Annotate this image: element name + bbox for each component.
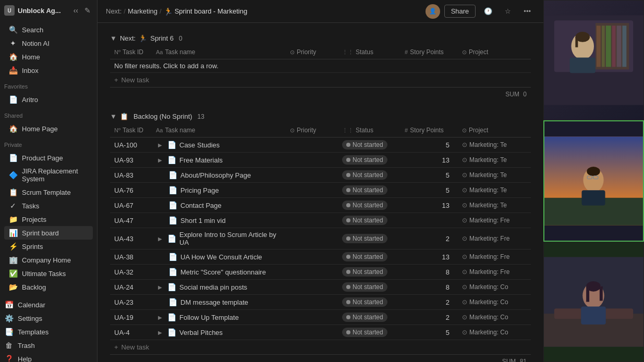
table-row[interactable]: UA-24 ▶ 📄 Social media pin posts Not sta…: [110, 280, 531, 295]
sidebar-item-trash[interactable]: 🗑 Trash: [0, 339, 97, 352]
task-status-cell[interactable]: Not started: [338, 295, 400, 310]
task-priority-cell[interactable]: [286, 265, 338, 280]
sidebar-item-product-page[interactable]: 📄 Product Page: [4, 151, 93, 165]
task-points-cell[interactable]: 13: [400, 198, 458, 213]
task-project-cell[interactable]: ⊙Marketing: Co: [458, 325, 531, 340]
task-project-cell[interactable]: ⊙Marketing: Co: [458, 310, 531, 325]
task-status-cell[interactable]: Not started: [338, 265, 400, 280]
table-row[interactable]: UA-83 📄 About/Philosophy Page Not starte…: [110, 168, 531, 183]
task-project-cell[interactable]: ⊙Marketing: Fre: [458, 249, 531, 265]
sidebar-item-help[interactable]: ❓ Help: [0, 352, 97, 362]
task-name-cell[interactable]: 📄 Metric "Score" questionnaire: [152, 265, 286, 280]
no-filter-text[interactable]: No filter results. Click to add a row.: [110, 59, 531, 73]
table-row[interactable]: UA-23 📄 DM message template Not started …: [110, 295, 531, 310]
sidebar-item-sprints[interactable]: ⚡ Sprints: [4, 240, 93, 253]
expand-button[interactable]: ▶: [156, 314, 164, 321]
task-name-cell[interactable]: 📄 About/Philosophy Page: [152, 168, 286, 183]
task-points-cell[interactable]: 13: [400, 249, 458, 265]
task-name-cell[interactable]: 📄 Pricing Page: [152, 183, 286, 198]
task-project-cell[interactable]: ⊙Marketing: Fre: [458, 213, 531, 228]
task-status-cell[interactable]: Not started: [338, 249, 400, 265]
history-button[interactable]: 🕐: [480, 5, 496, 17]
task-points-cell[interactable]: 2: [400, 295, 458, 310]
task-points-cell[interactable]: 13: [400, 153, 458, 168]
task-status-cell[interactable]: Not started: [338, 213, 400, 228]
task-project-cell[interactable]: ⊙Marketing: Te: [458, 183, 531, 198]
task-project-cell[interactable]: ⊙Marketing: Fre: [458, 228, 531, 249]
task-priority-cell[interactable]: [286, 295, 338, 310]
task-project-cell[interactable]: ⊙Marketing: Co: [458, 295, 531, 310]
sidebar-item-company-home[interactable]: 🏢 Company Home: [4, 253, 93, 267]
sidebar-item-settings[interactable]: ⚙️ Settings: [0, 311, 97, 325]
collapse-sidebar-button[interactable]: ‹‹: [71, 4, 80, 17]
sidebar-item-scrum[interactable]: 📋 Scrum Template: [4, 185, 93, 199]
sidebar-item-notion-ai[interactable]: ✦ Notion AI: [4, 36, 93, 50]
expand-button[interactable]: ▶: [156, 141, 164, 149]
expand-button[interactable]: ▶: [156, 156, 164, 164]
sidebar-item-sprint-board[interactable]: 📊 Sprint board: [4, 226, 93, 240]
task-status-cell[interactable]: Not started: [338, 138, 400, 153]
expand-button[interactable]: ▶: [156, 235, 164, 243]
task-name-cell[interactable]: 📄 Short 1 min vid: [152, 213, 286, 228]
breadcrumb-sprint-board[interactable]: Sprint board - Marketing: [175, 7, 247, 15]
task-status-cell[interactable]: Not started: [338, 183, 400, 198]
sidebar-item-ultimate-tasks[interactable]: ✅ Ultimate Tasks: [4, 267, 93, 280]
breadcrumb-home-page[interactable]: Next:: [106, 7, 121, 15]
task-priority-cell[interactable]: [286, 183, 338, 198]
task-project-cell[interactable]: ⊙Marketing: Co: [458, 280, 531, 295]
workspace-name[interactable]: U Unblock Ag...: [4, 5, 61, 16]
task-project-cell[interactable]: ⊙Marketing: Te: [458, 168, 531, 183]
task-points-cell[interactable]: 2: [400, 310, 458, 325]
task-project-cell[interactable]: ⊙Marketing: Fre: [458, 265, 531, 280]
task-priority-cell[interactable]: [286, 249, 338, 265]
task-name-cell[interactable]: 📄 DM message template: [152, 295, 286, 310]
sidebar-item-projects[interactable]: 📁 Projects: [4, 213, 93, 226]
task-priority-cell[interactable]: [286, 228, 338, 249]
task-status-cell[interactable]: Not started: [338, 198, 400, 213]
sidebar-item-tasks[interactable]: ✓ Tasks: [4, 199, 93, 213]
task-priority-cell[interactable]: [286, 310, 338, 325]
task-priority-cell[interactable]: [286, 213, 338, 228]
task-points-cell[interactable]: 5: [400, 325, 458, 340]
task-priority-cell[interactable]: [286, 168, 338, 183]
backlog-label[interactable]: Backlog (No Sprint): [133, 113, 192, 120]
task-name-cell[interactable]: ▶ 📄 Follow Up Template: [152, 310, 286, 325]
sidebar-item-search[interactable]: 🔍 Search: [4, 23, 93, 36]
breadcrumb-marketing[interactable]: Marketing: [128, 7, 157, 15]
sidebar-item-inbox[interactable]: 📥 Inbox: [4, 64, 93, 77]
sprint-next-toggle[interactable]: ▼: [110, 34, 117, 42]
favorite-button[interactable]: ☆: [501, 5, 515, 17]
task-name-cell[interactable]: ▶ 📄 Social media pin posts: [152, 280, 286, 295]
task-status-cell[interactable]: Not started: [338, 280, 400, 295]
sprint-name[interactable]: Sprint 6: [150, 34, 174, 42]
task-status-cell[interactable]: Not started: [338, 168, 400, 183]
sidebar-item-jira[interactable]: 🔷 JIRA Replacement System: [4, 165, 93, 185]
table-row[interactable]: UA-47 📄 Short 1 min vid Not started ⊙Mar…: [110, 213, 531, 228]
table-row[interactable]: UA-76 📄 Pricing Page Not started 5 ⊙Mark…: [110, 183, 531, 198]
task-points-cell[interactable]: 5: [400, 168, 458, 183]
table-row[interactable]: UA-100 ▶ 📄 Case Studies Not started 5 ⊙M…: [110, 138, 531, 153]
task-status-cell[interactable]: Not started: [338, 153, 400, 168]
expand-button[interactable]: ▶: [156, 329, 164, 336]
task-name-cell[interactable]: 📄 Contact Page: [152, 198, 286, 213]
task-points-cell[interactable]: 2: [400, 228, 458, 249]
table-row[interactable]: UA-93 ▶ 📄 Free Materials Not started 13 …: [110, 153, 531, 168]
task-priority-cell[interactable]: [286, 153, 338, 168]
task-name-cell[interactable]: 📄 UA How We Consult Article: [152, 249, 286, 265]
task-points-cell[interactable]: 5: [400, 138, 458, 153]
task-points-cell[interactable]: [400, 213, 458, 228]
task-points-cell[interactable]: 8: [400, 265, 458, 280]
table-row[interactable]: UA-38 📄 UA How We Consult Article Not st…: [110, 249, 531, 265]
sidebar-item-home[interactable]: 🏠 Home: [4, 50, 93, 64]
new-page-button[interactable]: ✎: [82, 4, 93, 17]
task-project-cell[interactable]: ⊙Marketing: Te: [458, 198, 531, 213]
sidebar-item-calendar[interactable]: 📅 Calendar: [0, 298, 97, 311]
task-points-cell[interactable]: 8: [400, 280, 458, 295]
share-button[interactable]: Share: [444, 5, 476, 18]
task-status-cell[interactable]: Not started: [338, 325, 400, 340]
task-priority-cell[interactable]: [286, 198, 338, 213]
sidebar-item-home-page[interactable]: 🏠 Home Page: [4, 122, 93, 135]
task-project-cell[interactable]: ⊙Marketing: Te: [458, 153, 531, 168]
task-name-cell[interactable]: ▶ 📄 Free Materials: [152, 153, 286, 168]
sidebar-item-aritro[interactable]: 📄 Aritro: [4, 93, 93, 106]
